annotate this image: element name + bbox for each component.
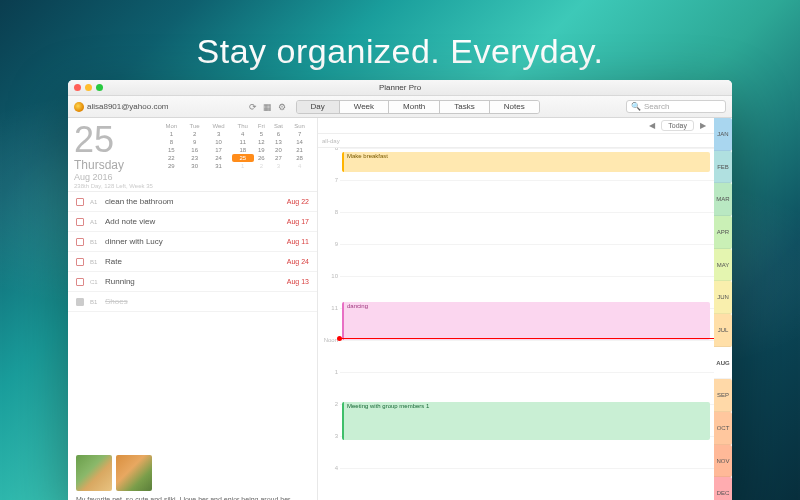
task-priority: A1 bbox=[90, 199, 100, 205]
cal-day[interactable]: 28 bbox=[288, 154, 311, 162]
user-badge[interactable]: alisa8901@yahoo.com bbox=[74, 102, 169, 112]
month-tab-mar[interactable]: MAR bbox=[714, 183, 732, 216]
task-label: clean the bathroom bbox=[105, 197, 287, 206]
task-row[interactable]: B1RateAug 24 bbox=[68, 252, 317, 272]
cal-day[interactable]: 30 bbox=[184, 162, 206, 170]
month-tab-feb[interactable]: FEB bbox=[714, 151, 732, 184]
cal-day[interactable]: 11 bbox=[232, 138, 254, 146]
task-label: Rate bbox=[105, 257, 287, 266]
task-checkbox[interactable] bbox=[76, 198, 84, 206]
month-tab-jun[interactable]: JUN bbox=[714, 281, 732, 314]
prev-day-button[interactable]: ◀ bbox=[649, 121, 655, 130]
month-tab-aug[interactable]: AUG bbox=[714, 347, 732, 380]
cal-day[interactable]: 10 bbox=[206, 138, 232, 146]
task-checkbox[interactable] bbox=[76, 238, 84, 246]
cal-day[interactable]: 8 bbox=[159, 138, 184, 146]
task-row[interactable]: B1dinner with LucyAug 11 bbox=[68, 232, 317, 252]
thumbnail[interactable] bbox=[116, 455, 152, 491]
cal-day[interactable]: 25 bbox=[232, 154, 254, 162]
tab-tasks[interactable]: Tasks bbox=[440, 101, 489, 113]
task-label: dinner with Lucy bbox=[105, 237, 287, 246]
gear-icon[interactable]: ⚙ bbox=[278, 102, 286, 112]
cal-day[interactable]: 12 bbox=[254, 138, 269, 146]
task-checkbox[interactable] bbox=[76, 258, 84, 266]
cal-day[interactable]: 29 bbox=[159, 162, 184, 170]
cal-day[interactable]: 13 bbox=[269, 138, 288, 146]
cal-day[interactable]: 5 bbox=[254, 130, 269, 138]
date-stat: 238th Day, 128 Left, Week 35 bbox=[74, 183, 153, 189]
cal-day[interactable]: 1 bbox=[159, 130, 184, 138]
view-tabs: DayWeekMonthTasksNotes bbox=[296, 100, 540, 114]
task-due: Aug 17 bbox=[287, 218, 309, 225]
cal-day[interactable]: 9 bbox=[184, 138, 206, 146]
tab-week[interactable]: Week bbox=[340, 101, 389, 113]
cal-day[interactable]: 23 bbox=[184, 154, 206, 162]
cal-day[interactable]: 17 bbox=[206, 146, 232, 154]
cal-day[interactable]: 4 bbox=[288, 162, 311, 170]
hour-label: Noon bbox=[318, 337, 338, 343]
cal-day[interactable]: 21 bbox=[288, 146, 311, 154]
month-tab-dec[interactable]: DEC bbox=[714, 477, 732, 500]
month-tab-sep[interactable]: SEP bbox=[714, 379, 732, 412]
task-checkbox[interactable] bbox=[76, 278, 84, 286]
month-tab-jan[interactable]: JAN bbox=[714, 118, 732, 151]
event[interactable]: dancing bbox=[342, 302, 710, 340]
search-input[interactable]: 🔍 Search bbox=[626, 100, 726, 113]
cal-day[interactable]: 27 bbox=[269, 154, 288, 162]
cal-day[interactable]: 3 bbox=[206, 130, 232, 138]
search-placeholder: Search bbox=[644, 102, 669, 111]
cal-day[interactable]: 14 bbox=[288, 138, 311, 146]
hour-label: 7 bbox=[318, 177, 338, 183]
hour-label: 11 bbox=[318, 305, 338, 311]
task-row[interactable]: A1Add note viewAug 17 bbox=[68, 212, 317, 232]
hour-label: 6 bbox=[318, 148, 338, 151]
hour-label: 1 bbox=[318, 369, 338, 375]
cal-day[interactable]: 7 bbox=[288, 130, 311, 138]
task-checkbox[interactable] bbox=[76, 298, 84, 306]
cal-day[interactable]: 2 bbox=[254, 162, 269, 170]
refresh-icon[interactable]: ⟳ bbox=[249, 102, 257, 112]
cal-day[interactable]: 24 bbox=[206, 154, 232, 162]
user-email: alisa8901@yahoo.com bbox=[87, 102, 169, 111]
month-tab-may[interactable]: MAY bbox=[714, 249, 732, 282]
today-button[interactable]: Today bbox=[661, 120, 694, 131]
task-row[interactable]: A1clean the bathroomAug 22 bbox=[68, 192, 317, 212]
day-number: 25 bbox=[74, 122, 153, 158]
month-tab-oct[interactable]: OCT bbox=[714, 412, 732, 445]
cal-day[interactable]: 22 bbox=[159, 154, 184, 162]
task-checkbox[interactable] bbox=[76, 218, 84, 226]
cal-day[interactable]: 16 bbox=[184, 146, 206, 154]
month-tab-nov[interactable]: NOV bbox=[714, 445, 732, 478]
cal-day[interactable]: 19 bbox=[254, 146, 269, 154]
cal-day[interactable]: 18 bbox=[232, 146, 254, 154]
cal-day[interactable]: 15 bbox=[159, 146, 184, 154]
cal-day[interactable]: 6 bbox=[269, 130, 288, 138]
cal-day[interactable]: 1 bbox=[232, 162, 254, 170]
task-priority: B1 bbox=[90, 259, 100, 265]
task-due: Aug 22 bbox=[287, 198, 309, 205]
tab-notes[interactable]: Notes bbox=[490, 101, 539, 113]
mini-calendar[interactable]: MonTueWedThuFriSatSun1234567891011121314… bbox=[159, 122, 311, 189]
event[interactable]: Make breakfast bbox=[342, 152, 710, 172]
cal-day[interactable]: 20 bbox=[269, 146, 288, 154]
task-row[interactable]: C1RunningAug 13 bbox=[68, 272, 317, 292]
allday-row: all-day bbox=[318, 134, 714, 148]
next-day-button[interactable]: ▶ bbox=[700, 121, 706, 130]
cal-day[interactable]: 2 bbox=[184, 130, 206, 138]
tab-day[interactable]: Day bbox=[297, 101, 340, 113]
event[interactable]: Meeting with group members 1 bbox=[342, 402, 710, 440]
cal-day[interactable]: 3 bbox=[269, 162, 288, 170]
thumbnail[interactable] bbox=[76, 455, 112, 491]
month-tab-jul[interactable]: JUL bbox=[714, 314, 732, 347]
task-row[interactable]: B1Shoes bbox=[68, 292, 317, 312]
task-list: A1clean the bathroomAug 22A1Add note vie… bbox=[68, 191, 317, 449]
cal-day[interactable]: 26 bbox=[254, 154, 269, 162]
cal-day[interactable]: 4 bbox=[232, 130, 254, 138]
month-tab-apr[interactable]: APR bbox=[714, 216, 732, 249]
hour-label: 3 bbox=[318, 433, 338, 439]
grid-icon[interactable]: ▦ bbox=[263, 102, 272, 112]
tab-month[interactable]: Month bbox=[389, 101, 440, 113]
left-panel: 25 Thursday Aug 2016 238th Day, 128 Left… bbox=[68, 118, 318, 500]
timeline[interactable]: 67891011Noon1234Make breakfastdancingMee… bbox=[318, 148, 714, 500]
cal-day[interactable]: 31 bbox=[206, 162, 232, 170]
